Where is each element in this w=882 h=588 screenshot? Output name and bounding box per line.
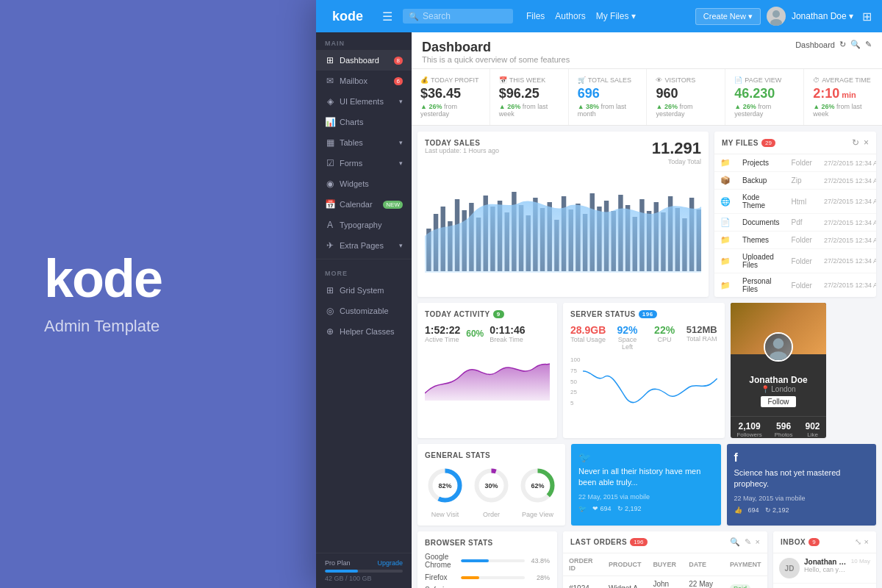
list-item[interactable]: SP Sarah Parker Meeting tomor... 9 May xyxy=(773,584,876,588)
hamburger-icon[interactable]: ☰ xyxy=(378,10,397,24)
order-id: #1024 xyxy=(563,576,603,589)
create-new-button[interactable]: Create New ▾ xyxy=(695,8,761,25)
file-type: Folder xyxy=(786,154,818,172)
orders-panel: LAST ORDERS 196 🔍 ✎ × ORDER IDPRODUCTBUY… xyxy=(563,531,767,588)
stat-change: ▲ 26% from yesterday xyxy=(420,103,481,118)
list-item[interactable]: JD Jonathan Doe Hello, can you... 10 May xyxy=(773,553,876,584)
sidebar-label: Tables xyxy=(340,138,363,147)
stat-change: ▲ 26% from yesterday xyxy=(656,103,716,118)
svg-point-42 xyxy=(770,351,786,362)
svg-point-41 xyxy=(773,338,784,348)
sidebar-item-extra-pages[interactable]: ✈ Extra Pages ▾ xyxy=(316,235,412,256)
last-row: BROWSER STATS Google Chrome 43.8% Firefo… xyxy=(412,531,882,588)
stat-label: 👁Visitors xyxy=(656,76,716,84)
table-row: 📁 Themes Folder 27/2/2015 12:34 AM xyxy=(714,232,876,249)
sidebar-item-widgets[interactable]: ◉ Widgets xyxy=(316,173,412,194)
twitter-card: 🐦 Never in all their history have men be… xyxy=(571,444,721,526)
main-layout: MAIN ⊞ Dashboard 8 ✉ Mailbox 6 ◈ UI Elem… xyxy=(316,32,882,588)
total-usage: 28.9GB Total Usage xyxy=(570,324,606,351)
nav-myfiles[interactable]: My Files ▾ xyxy=(592,8,640,24)
refresh-icon[interactable]: ↻ xyxy=(839,40,846,49)
sidebar-item-tables[interactable]: ▦ Tables ▾ xyxy=(316,132,412,153)
page-header: Dashboard This is a quick overview of so… xyxy=(412,32,882,69)
close-icon[interactable]: × xyxy=(864,137,869,148)
sidebar-section-more: MORE xyxy=(316,262,412,280)
search-input[interactable] xyxy=(423,11,496,21)
svg-text:82%: 82% xyxy=(438,482,451,490)
file-name: Uploaded Files xyxy=(736,249,786,273)
refresh-icon[interactable]: ↻ xyxy=(852,137,859,148)
file-type-icon: 📁 xyxy=(714,154,736,172)
sidebar-label: Widgets xyxy=(340,179,369,188)
close-icon[interactable]: × xyxy=(864,537,869,547)
search-icon[interactable]: 🔍 xyxy=(730,537,740,547)
file-type: Folder xyxy=(786,232,818,249)
plan-label: Pro Plan xyxy=(325,559,351,567)
total-ram: 512MB Total RAM xyxy=(686,324,717,351)
nav-authors[interactable]: Authors xyxy=(551,8,589,24)
profile-info: Jonathan Doe 📍 London Follow xyxy=(731,375,826,416)
edit-icon[interactable]: ✎ xyxy=(745,537,751,547)
list-item: Google Chrome 43.8% xyxy=(425,553,550,569)
files-table: 📁 Projects Folder 27/2/2015 12:34 AM 📦 B… xyxy=(714,154,876,297)
sidebar-item-typography[interactable]: A Typography xyxy=(316,215,412,235)
server-badge: 196 xyxy=(639,310,657,318)
chart-title: TODAY SALES xyxy=(425,139,499,147)
browser-name: Google Chrome xyxy=(425,553,456,569)
file-type-icon: 📁 xyxy=(714,273,736,298)
topbar-search: 🔍 xyxy=(403,9,513,24)
tweet-actions: 🐦 ❤ 694 ↻ 2,192 xyxy=(578,505,714,512)
sidebar-item-calendar[interactable]: 📅 Calendar NEW xyxy=(316,194,412,215)
topbar-logo[interactable]: kode xyxy=(323,9,372,24)
server-chart-svg xyxy=(583,356,717,408)
gen-stats-title: GENERAL STATS xyxy=(425,451,558,459)
avatar xyxy=(767,7,786,26)
sidebar-item-charts[interactable]: 📊 Charts xyxy=(316,112,412,132)
upgrade-label[interactable]: Upgrade xyxy=(377,559,403,567)
sidebar-item-dashboard[interactable]: ⊞ Dashboard 8 xyxy=(316,50,412,71)
file-name: Kode Theme xyxy=(736,190,786,214)
inbox-sender-name: Jonathan Doe xyxy=(804,558,847,566)
sidebar-label: Helper Classes xyxy=(340,327,395,336)
fb-icon: 👍 xyxy=(734,506,742,514)
branding-panel: kode Admin Template xyxy=(0,0,316,588)
table-row: 📁 Projects Folder 27/2/2015 12:34 AM xyxy=(714,154,876,172)
grid-icon[interactable]: ⊞ xyxy=(859,10,875,24)
stat-change: ▲ 26% from last week xyxy=(813,103,873,118)
forms-icon: ☑ xyxy=(325,158,335,168)
fb-shares-count: ↻ 2,192 xyxy=(765,506,789,514)
topbar-username[interactable]: Jonathan Doe ▾ xyxy=(792,11,853,21)
sidebar-item-helper[interactable]: ⊕ Helper Classes xyxy=(316,321,412,342)
sidebar-item-grid[interactable]: ⊞ Grid System xyxy=(316,280,412,301)
browser-stats-title: BROWSER STATS xyxy=(425,539,550,547)
customizable-icon: ◎ xyxy=(325,306,335,316)
edit-icon[interactable]: ✎ xyxy=(865,40,872,49)
sidebar-item-mailbox[interactable]: ✉ Mailbox 6 xyxy=(316,71,412,91)
sidebar-section-main: MAIN xyxy=(316,32,412,50)
file-date: 27/2/2015 12:34 AM xyxy=(818,172,876,190)
dashboard-icon: ⊞ xyxy=(325,55,335,65)
sidebar-item-customizable[interactable]: ◎ Customizable xyxy=(316,301,412,321)
page-title: Dashboard xyxy=(422,40,570,55)
close-icon[interactable]: × xyxy=(756,537,760,547)
stat-value: $96.25 xyxy=(499,86,559,101)
table-header: PRODUCT xyxy=(603,553,648,576)
dashboard-badge: 8 xyxy=(394,57,403,65)
sidebar-item-ui-elements[interactable]: ◈ UI Elements ▾ xyxy=(316,91,412,112)
facebook-logo-icon: f xyxy=(734,451,870,465)
fb-text: Science has not yet mastered prophecy. xyxy=(734,467,870,490)
nav-files[interactable]: Files xyxy=(522,8,549,24)
facebook-card: f Science has not yet mastered prophecy.… xyxy=(727,444,877,526)
stat-page-view: 📄Page View 46.230 ▲ 26% from yesterday xyxy=(725,69,804,125)
typography-icon: A xyxy=(325,220,335,230)
stat-change: ▲ 26% from yesterday xyxy=(734,103,795,118)
chevron-down-icon: ▾ xyxy=(399,159,403,167)
expand-icon[interactable]: ⤡ xyxy=(855,537,861,547)
content-area: Dashboard This is a quick overview of so… xyxy=(412,32,882,588)
follow-button[interactable]: Follow xyxy=(761,396,797,407)
sidebar-item-forms[interactable]: ☑ Forms ▾ xyxy=(316,153,412,173)
search-icon[interactable]: 🔍 xyxy=(850,40,861,49)
stat-visitors: 👁Visitors 960 ▲ 26% from yesterday xyxy=(647,69,725,125)
svg-point-1 xyxy=(770,19,782,26)
files-actions: ↻ × xyxy=(852,137,869,148)
